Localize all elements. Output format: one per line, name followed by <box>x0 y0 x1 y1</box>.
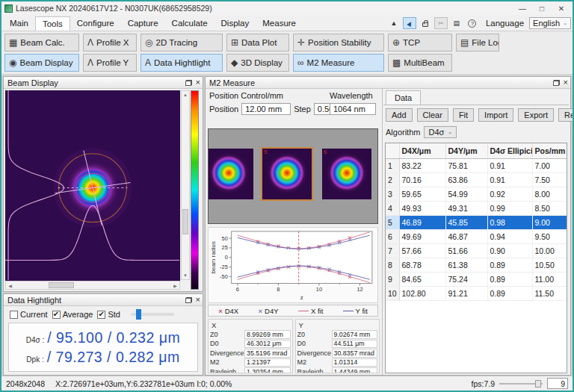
toolbar-beam-display[interactable]: ◉Beam Display <box>4 54 79 72</box>
report-button[interactable]: Report <box>558 108 574 122</box>
result-value: 8.99269 mm <box>244 330 291 339</box>
slider-thumb[interactable] <box>136 309 141 320</box>
toolbar-multibeam[interactable]: ▩MultiBeam <box>388 54 452 72</box>
checkbox-std[interactable]: Std <box>97 310 120 319</box>
minimize-button[interactable]: — <box>513 2 532 14</box>
beam-thumbnail[interactable] <box>208 149 253 199</box>
table-row[interactable]: 449.9349.310.998.50 <box>386 201 567 215</box>
toolbar-profile-y[interactable]: ΛProfile Y <box>83 54 137 72</box>
menu-calculate[interactable]: Calculate <box>165 16 215 31</box>
table-row[interactable]: 868.7861.380.8910.50 <box>386 258 567 272</box>
menu-measure[interactable]: Measure <box>256 16 303 31</box>
menu-capture[interactable]: Capture <box>121 16 165 31</box>
table-row[interactable]: 359.6554.990.928.00 <box>386 187 567 201</box>
toolbar-profile-x[interactable]: ΛProfile X <box>83 34 137 52</box>
table-row[interactable]: 757.6651.660.9010.00 <box>386 243 567 258</box>
document-icon[interactable]: ▤ <box>450 17 463 29</box>
menu-main[interactable]: Main <box>3 16 35 31</box>
pin-icon[interactable]: ▶ <box>403 17 416 29</box>
toolbar-m2-measure[interactable]: ∞M2 Measure <box>293 54 384 72</box>
toolbar-beam-calc[interactable]: ▦Beam Calc. <box>4 34 79 52</box>
scissors-icon[interactable]: ✂ <box>434 17 448 29</box>
scrollbar-thumb[interactable] <box>182 209 188 234</box>
chevron-down-icon: ⌄ <box>563 20 567 26</box>
horizontal-scrollbar[interactable]: ◀ ▶ <box>5 281 180 290</box>
algorithm-dropdown[interactable]: D4σ ⌄ <box>424 126 457 138</box>
table-cell: 8.50 <box>532 201 567 215</box>
position-input[interactable]: 12.00 mm <box>241 103 291 115</box>
beam-image-view[interactable] <box>5 90 180 281</box>
toolbar-position-stability[interactable]: ✛Position Stability <box>293 34 384 52</box>
toolbar-data-plot[interactable]: ⊞Data Plot <box>226 34 289 52</box>
close-icon[interactable]: × <box>196 296 200 304</box>
checkbox-average[interactable]: Average <box>52 310 93 319</box>
highlight-slider[interactable] <box>131 313 174 316</box>
table-row[interactable]: 546.8945.850.989.00 <box>386 215 567 229</box>
export-button[interactable]: Export <box>518 108 554 122</box>
add-button[interactable]: Add <box>386 108 413 122</box>
dropup-icon[interactable]: ▲ <box>387 17 401 29</box>
tab-data[interactable]: Data <box>386 90 421 105</box>
lock-icon[interactable] <box>419 17 432 29</box>
restore-icon[interactable] <box>553 80 560 86</box>
menu-tools[interactable]: Tools <box>35 16 70 31</box>
table-row[interactable]: 984.6575.240.8911.00 <box>386 272 567 286</box>
toolbar-3d-display[interactable]: ◆3D Display <box>226 54 289 72</box>
table-row[interactable]: 183.2275.810.917.00 <box>386 158 567 172</box>
checkbox-current[interactable]: Current <box>10 310 48 319</box>
beam-thumbnail-5[interactable]: 5 <box>262 149 312 199</box>
beam-display-icon: ◉ <box>9 58 16 67</box>
close-icon[interactable]: × <box>196 78 200 87</box>
wavelength-input[interactable]: 1064 nm <box>330 103 376 115</box>
fps-slider[interactable] <box>499 383 543 385</box>
table-cell: 8.00 <box>532 187 567 201</box>
language-select[interactable]: English ⌄ <box>529 17 571 29</box>
table-cell: 4 <box>386 201 399 215</box>
vertical-scrollbar[interactable]: ▲ ▼ <box>181 90 190 280</box>
import-button[interactable]: Import <box>478 108 513 122</box>
table-cell: 57.66 <box>399 243 445 258</box>
table-cell: 0.89 <box>487 258 532 272</box>
restore-icon[interactable] <box>185 297 192 303</box>
window-title: Lasescope NX 20240617V12 - N0307UK(68652… <box>16 4 212 13</box>
slider-thumb[interactable] <box>535 380 541 388</box>
table-row[interactable]: 649.6946.870.949.50 <box>386 229 567 243</box>
toolbar-2d-tracing[interactable]: ◎2D Tracing <box>141 34 223 52</box>
results-group-title: Y <box>297 320 378 330</box>
profile-x-icon: Λ <box>87 38 93 47</box>
results-group-title: X <box>210 320 291 330</box>
toolbar-tcp[interactable]: ⊕TCP <box>388 34 452 52</box>
result-row-d0: D046.3012 μm <box>210 340 291 349</box>
legend-item-x-fit: X fit <box>298 307 323 315</box>
buffer-value-box[interactable]: 9 <box>547 378 568 389</box>
toolbar-data-hightlight[interactable]: AData Hightlight <box>141 54 223 72</box>
scroll-left-icon[interactable]: ◀ <box>6 283 14 288</box>
table-row[interactable]: 10102.8091.210.8911.50 <box>386 286 567 300</box>
maximize-button[interactable]: □ <box>532 2 552 14</box>
table-cell: 10 <box>386 286 399 300</box>
scrollbar-thumb[interactable] <box>49 282 74 288</box>
table-cell: 7.50 <box>532 172 567 187</box>
restore-icon[interactable] <box>185 80 192 86</box>
close-button[interactable]: ✕ <box>552 2 571 14</box>
scroll-up-icon[interactable]: ▲ <box>183 91 188 99</box>
menu-display[interactable]: Display <box>215 16 256 31</box>
table-cell: 9.00 <box>532 215 567 229</box>
clear-button[interactable]: Clear <box>417 108 448 122</box>
table-row[interactable]: 270.1663.860.917.50 <box>386 172 567 187</box>
column-header-d4-ellipicit: D4σ Ellipicit <box>487 143 532 158</box>
beam-thumbnail-6[interactable]: 6 <box>322 149 371 199</box>
chart-legend: ×D4X×D4YX fitY fit <box>208 305 378 317</box>
svg-text:-50: -50 <box>220 273 228 280</box>
fit-button[interactable]: Fit <box>453 108 474 122</box>
three-d-display-icon: ◆ <box>231 58 238 67</box>
table-cell: 0.99 <box>487 201 532 215</box>
scroll-down-icon[interactable]: ▼ <box>183 272 188 279</box>
result-value: 30.8357 mrad <box>332 349 378 358</box>
scroll-right-icon[interactable]: ▶ <box>171 283 179 288</box>
close-icon[interactable]: × <box>564 78 568 87</box>
cursor-info-text: X:2.726971e+03um,Y:6.232781e+03um I:0; 0… <box>55 379 232 388</box>
menu-configure[interactable]: Configure <box>70 16 121 31</box>
toolbar-file-log[interactable]: ▤File Log <box>456 34 499 52</box>
help-icon[interactable]: ? <box>466 17 479 29</box>
